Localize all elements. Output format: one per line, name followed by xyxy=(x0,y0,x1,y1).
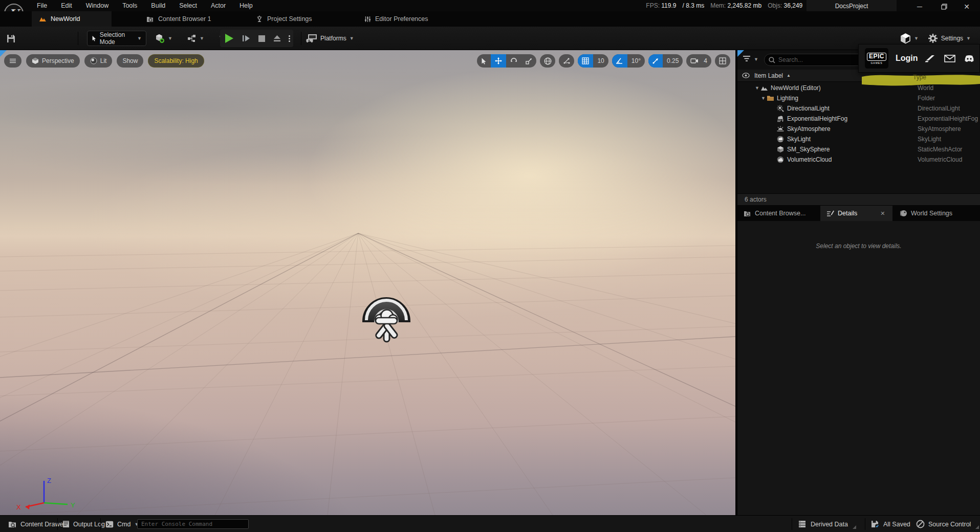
content-drawer-button[interactable]: Content Drawer xyxy=(8,516,66,532)
tab-details[interactable]: Details ✕ xyxy=(820,206,892,221)
mem-value: 2,245.82 mb xyxy=(728,2,762,9)
angle-snap-toggle[interactable] xyxy=(612,54,627,68)
epic-games-logo[interactable]: EPIC GAMES xyxy=(865,48,888,69)
tab-world-settings[interactable]: World Settings xyxy=(894,206,980,221)
status-bar: Content Drawer Output Log Cmd ▼ Derived … xyxy=(0,515,980,532)
outliner-row-skylight[interactable]: SkyLight SkyLight xyxy=(737,134,980,144)
mail-icon[interactable] xyxy=(944,55,955,62)
outliner-row-directionallight[interactable]: DirectionalLight DirectionalLight xyxy=(737,103,980,114)
camera-speed-value[interactable]: 4 xyxy=(703,54,711,68)
outliner-row-sm-skysphere[interactable]: SM_SkySphere StaticMeshActor xyxy=(737,144,980,154)
resize-corner-icon xyxy=(853,525,856,529)
maximize-viewport-button[interactable] xyxy=(715,54,730,68)
tab-editor-preferences[interactable]: Editor Preferences xyxy=(357,11,435,27)
grid-snap-toggle[interactable] xyxy=(578,54,593,68)
chevron-down-icon: ▼ xyxy=(168,36,172,41)
menu-window[interactable]: Window xyxy=(86,2,108,9)
menu-actor[interactable]: Actor xyxy=(211,2,226,9)
discord-icon[interactable] xyxy=(964,55,974,62)
play-options-kebab[interactable] xyxy=(289,35,290,42)
menu-edit[interactable]: Edit xyxy=(61,2,72,9)
angle-snap-value[interactable]: 10° xyxy=(627,54,645,68)
menu-file[interactable]: File xyxy=(37,2,47,9)
row-label: ExponentialHeightFog xyxy=(787,115,847,122)
stop-button[interactable] xyxy=(258,35,266,42)
menu-build[interactable]: Build xyxy=(151,2,165,9)
scale-snap-toggle[interactable] xyxy=(648,54,663,68)
camera-speed-button[interactable] xyxy=(686,54,703,68)
outliner-row-skyatmosphere[interactable]: SkyAtmosphere SkyAtmosphere xyxy=(737,124,980,134)
add-actor-dropdown[interactable]: ▼ xyxy=(155,31,172,46)
menu-help[interactable]: Help xyxy=(239,2,253,9)
all-saved-button[interactable]: All Saved xyxy=(871,516,910,532)
content-browser-icon xyxy=(146,16,154,23)
menu-select[interactable]: Select xyxy=(179,2,197,9)
static-mesh-icon xyxy=(776,146,785,153)
resize-corner-icon xyxy=(975,525,979,529)
close-tab-icon[interactable]: ✕ xyxy=(880,210,885,217)
hamburger-icon xyxy=(10,58,16,63)
output-log-button[interactable]: Output Log xyxy=(62,516,105,532)
perspective-dropdown[interactable]: Perspective xyxy=(26,54,80,68)
globe-icon xyxy=(544,57,552,65)
frametime-value: / 8.3 ms xyxy=(682,2,704,9)
world-local-transform-button[interactable] xyxy=(540,54,555,68)
tab-content-browser-label: Content Browser 1 xyxy=(158,15,211,23)
scale-tool-button[interactable] xyxy=(521,54,536,68)
rotate-tool-button[interactable] xyxy=(506,54,521,68)
project-settings-icon xyxy=(256,15,263,23)
expander-icon[interactable]: ▼ xyxy=(761,96,766,101)
active-panel-indicator xyxy=(737,50,744,57)
viewport-toolbar-left: Perspective Lit Show Scalability: High xyxy=(4,54,204,68)
source-control-button[interactable]: Source Control xyxy=(916,516,979,532)
tab-content-browser[interactable]: Content Browser 1 xyxy=(139,11,219,27)
search-icon xyxy=(769,57,775,63)
tab-project-settings[interactable]: Project Settings xyxy=(249,11,319,27)
scale-snap-value[interactable]: 0.25 xyxy=(663,54,683,68)
visibility-eye-icon[interactable] xyxy=(742,73,750,78)
skylight-sprite[interactable] xyxy=(358,290,415,348)
row-label: SkyLight xyxy=(787,136,811,143)
outliner-row-lighting-folder[interactable]: ▼ Lighting Folder xyxy=(737,93,980,103)
right-panel: ▼ Item Label ▲ ▼ NewWorld (Ed xyxy=(737,50,980,515)
derived-data-button[interactable]: Derived Data xyxy=(798,516,856,532)
perspective-label: Perspective xyxy=(42,57,74,64)
platforms-dropdown[interactable]: Platforms ▼ xyxy=(306,31,354,46)
tab-content-browser-docked[interactable]: Content Browse... xyxy=(737,206,819,221)
item-label-column-header[interactable]: Item Label xyxy=(754,72,783,79)
details-panel-body: Select an object to view details. xyxy=(737,221,980,515)
documentation-icon[interactable] xyxy=(924,54,935,63)
add-cube-icon xyxy=(155,33,165,43)
level-viewport[interactable]: Z Y X Perspective Lit xyxy=(0,50,735,515)
row-label: SM_SkySphere xyxy=(787,146,830,153)
statusbar-separator xyxy=(100,518,101,530)
lit-dropdown[interactable]: Lit xyxy=(84,54,113,68)
viewport-options-menu[interactable] xyxy=(4,54,21,68)
details-icon xyxy=(826,210,834,217)
chevron-down-icon: ▼ xyxy=(966,36,971,41)
outliner-row-volumetriccloud[interactable]: VolumetricCloud VolumetricCloud xyxy=(737,154,980,165)
volumetric-cloud-icon xyxy=(776,156,785,163)
blueprints-dropdown[interactable]: ▼ xyxy=(187,31,204,46)
skip-frame-button[interactable] xyxy=(242,34,251,43)
cmd-dropdown[interactable]: Cmd ▼ xyxy=(105,516,139,532)
surface-snapping-button[interactable] xyxy=(559,54,574,68)
login-button[interactable]: Login xyxy=(896,54,918,63)
selection-mode-dropdown[interactable]: Selection Mode ▼ xyxy=(87,31,146,46)
platforms-icon xyxy=(306,34,317,43)
play-button[interactable] xyxy=(223,33,234,44)
save-button[interactable] xyxy=(6,31,16,46)
show-dropdown[interactable]: Show xyxy=(117,54,143,68)
eject-button[interactable] xyxy=(273,34,281,42)
type-column-header[interactable]: Type xyxy=(913,74,926,81)
console-command-input[interactable] xyxy=(137,519,249,529)
expander-icon[interactable]: ▼ xyxy=(755,85,760,91)
tab-project-settings-label: Project Settings xyxy=(267,15,312,23)
grid-snap-value[interactable]: 10 xyxy=(593,54,608,68)
scalability-button[interactable]: Scalability: High xyxy=(148,54,204,68)
move-tool-button[interactable] xyxy=(491,54,506,68)
menu-tools[interactable]: Tools xyxy=(122,2,137,9)
outliner-row-exponentialheightfog[interactable]: ExponentialHeightFog ExponentialHeightFo… xyxy=(737,114,980,124)
tab-newworld[interactable]: NewWorld xyxy=(32,11,112,27)
select-tool-button[interactable] xyxy=(477,54,491,68)
